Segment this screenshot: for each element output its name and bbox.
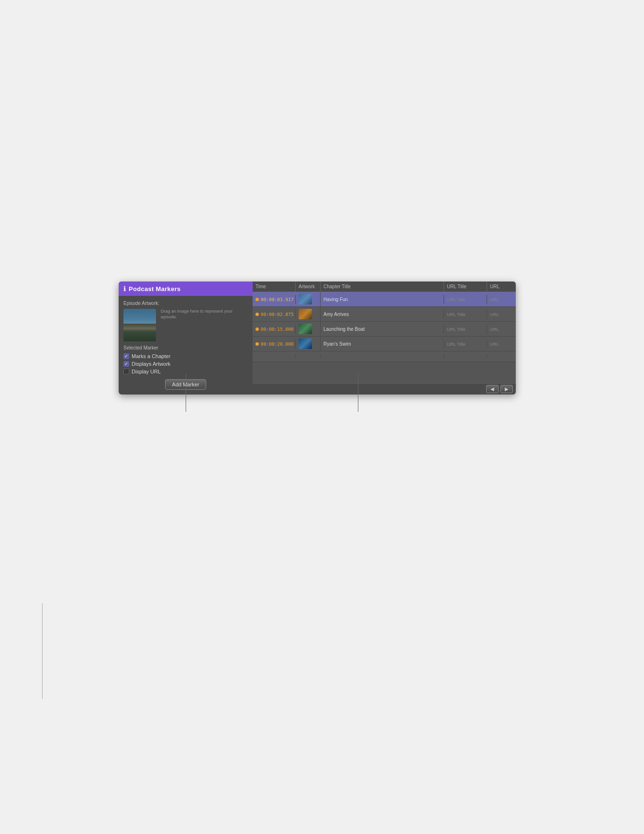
vertical-line-bottom bbox=[42, 603, 43, 699]
url-cell: URL bbox=[487, 310, 516, 319]
url-title-cell: URL Title bbox=[444, 339, 487, 349]
footer-prev-button[interactable]: ◀ bbox=[486, 385, 499, 393]
chapter-title-cell: Amy Arrives bbox=[321, 310, 444, 319]
col-url: URL bbox=[487, 282, 516, 292]
displays-artwork-label: Displays Artwork bbox=[132, 361, 170, 367]
info-icon: ℹ bbox=[123, 285, 126, 293]
artwork-thumbnail[interactable] bbox=[123, 309, 156, 341]
url-cell: URL bbox=[487, 295, 516, 304]
panel-title: Podcast Markers bbox=[129, 285, 181, 293]
episode-artwork-label: Episode Artwork: bbox=[123, 301, 248, 306]
time-value: 00:00:15.000 bbox=[261, 327, 294, 332]
artwork-image bbox=[123, 309, 156, 341]
artwork-row: Drag an image here to represent your epi… bbox=[123, 309, 248, 341]
col-time: Time bbox=[253, 282, 296, 292]
time-value: 00:00:02.875 bbox=[261, 312, 294, 317]
table-row[interactable]: 00:00:03.917 Having Fun URL Title URL bbox=[253, 292, 516, 307]
url-title-cell: URL Title bbox=[444, 310, 487, 319]
table-row[interactable]: 00:00:15.000 Launching the Boat URL Titl… bbox=[253, 322, 516, 337]
row-thumbnail bbox=[299, 309, 312, 319]
artwork-cell bbox=[296, 337, 321, 351]
podcast-markers-panel: ℹ Podcast Markers Episode Artwork: Drag … bbox=[119, 282, 516, 394]
url-cell: URL bbox=[487, 325, 516, 334]
table-row[interactable]: 00:00:02.875 Amy Arrives URL Title URL bbox=[253, 307, 516, 322]
table-footer: ◀ ▶ bbox=[253, 383, 516, 394]
url-title-cell: URL Title bbox=[444, 295, 487, 304]
display-url-label: Display URL bbox=[132, 369, 161, 374]
markers-table: 00:00:03.917 Having Fun URL Title URL bbox=[253, 292, 516, 383]
marks-chapter-row[interactable]: Marks a Chapter bbox=[123, 353, 248, 359]
col-chapter-title: Chapter Title bbox=[321, 282, 444, 292]
time-cell: 00:00:03.917 bbox=[253, 295, 296, 304]
display-url-checkbox[interactable] bbox=[123, 369, 129, 374]
col-artwork: Artwork bbox=[296, 282, 321, 292]
chapter-title-cell: Launching the Boat bbox=[321, 325, 444, 334]
row-thumbnail bbox=[299, 324, 312, 334]
row-thumbnail bbox=[299, 338, 312, 349]
footer-next-button[interactable]: ▶ bbox=[500, 385, 513, 393]
row-thumbnail bbox=[299, 294, 312, 304]
marks-chapter-checkbox[interactable] bbox=[123, 353, 129, 359]
drag-hint-text: Drag an image here to represent your epi… bbox=[161, 309, 248, 341]
table-header: Time Artwork Chapter Title URL Title URL bbox=[253, 282, 516, 292]
time-cell: 00:00:20.000 bbox=[253, 339, 296, 349]
empty-row bbox=[253, 351, 516, 362]
time-cell: 00:00:15.000 bbox=[253, 325, 296, 334]
displays-artwork-checkbox[interactable] bbox=[123, 361, 129, 367]
artwork-cell bbox=[296, 307, 321, 321]
add-marker-button[interactable]: Add Marker bbox=[165, 379, 207, 390]
url-cell: URL bbox=[487, 339, 516, 349]
artwork-cell bbox=[296, 292, 321, 306]
time-value: 00:00:03.917 bbox=[261, 297, 294, 302]
time-value: 00:00:20.000 bbox=[261, 341, 294, 347]
panel-header: ℹ Podcast Markers bbox=[119, 282, 253, 296]
right-panel: Time Artwork Chapter Title URL Title URL… bbox=[253, 282, 516, 394]
left-panel-body: Episode Artwork: Drag an image here to r… bbox=[119, 296, 253, 394]
display-url-row[interactable]: Display URL bbox=[123, 369, 248, 374]
chapter-title-cell: Having Fun bbox=[321, 295, 444, 304]
selected-marker-label: Selected Marker bbox=[123, 345, 248, 350]
left-panel: ℹ Podcast Markers Episode Artwork: Drag … bbox=[119, 282, 253, 394]
table-row[interactable]: 00:00:20.000 Ryan's Swim URL Title URL bbox=[253, 337, 516, 351]
time-cell: 00:00:02.875 bbox=[253, 310, 296, 319]
url-title-cell: URL Title bbox=[444, 325, 487, 334]
marker-dot bbox=[255, 327, 259, 331]
displays-artwork-row[interactable]: Displays Artwork bbox=[123, 361, 248, 367]
marker-dot bbox=[255, 298, 259, 301]
chapter-title-cell: Ryan's Swim bbox=[321, 339, 444, 349]
marker-dot bbox=[255, 342, 259, 346]
selected-marker-section: Selected Marker Marks a Chapter Displays… bbox=[123, 345, 248, 374]
marks-chapter-label: Marks a Chapter bbox=[132, 353, 170, 359]
marker-dot bbox=[255, 313, 259, 316]
artwork-cell bbox=[296, 322, 321, 336]
col-url-title: URL Title bbox=[444, 282, 487, 292]
